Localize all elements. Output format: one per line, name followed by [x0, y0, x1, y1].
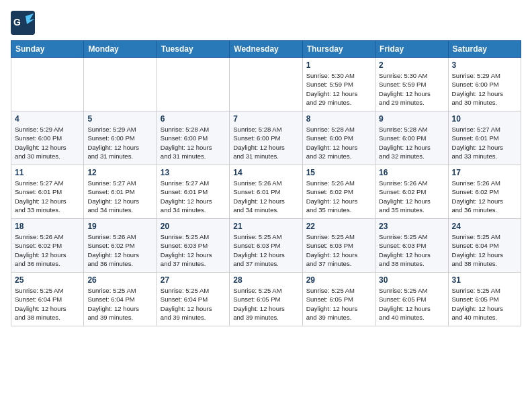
- calendar-cell: 3Sunrise: 5:29 AM Sunset: 6:00 PM Daylig…: [448, 58, 521, 111]
- cell-info: Sunrise: 5:25 AM Sunset: 6:04 PM Dayligh…: [15, 286, 80, 322]
- day-number: 3: [452, 60, 517, 70]
- day-number: 10: [452, 114, 517, 124]
- cell-info: Sunrise: 5:27 AM Sunset: 6:01 PM Dayligh…: [15, 179, 80, 214]
- cell-info: Sunrise: 5:26 AM Sunset: 6:02 PM Dayligh…: [15, 232, 80, 268]
- day-number: 30: [379, 275, 444, 285]
- cell-info: Sunrise: 5:28 AM Sunset: 6:00 PM Dayligh…: [306, 125, 371, 161]
- calendar-cell: [157, 58, 229, 111]
- calendar-cell: 9Sunrise: 5:28 AM Sunset: 6:00 PM Daylig…: [375, 111, 448, 165]
- cell-info: Sunrise: 5:27 AM Sunset: 6:01 PM Dayligh…: [161, 179, 226, 214]
- calendar-cell: 15Sunrise: 5:26 AM Sunset: 6:02 PM Dayli…: [302, 165, 375, 219]
- cell-info: Sunrise: 5:29 AM Sunset: 6:00 PM Dayligh…: [452, 71, 517, 107]
- day-header-saturday: Saturday: [448, 41, 521, 58]
- day-number: 2: [379, 60, 444, 70]
- day-number: 4: [15, 114, 80, 124]
- day-number: 20: [161, 222, 226, 231]
- day-header-monday: Monday: [84, 41, 157, 58]
- day-number: 25: [15, 275, 80, 285]
- cell-info: Sunrise: 5:26 AM Sunset: 6:02 PM Dayligh…: [452, 179, 517, 214]
- calendar-cell: 20Sunrise: 5:25 AM Sunset: 6:03 PM Dayli…: [157, 219, 229, 273]
- day-number: 5: [87, 114, 152, 124]
- day-number: 24: [452, 222, 517, 231]
- cell-info: Sunrise: 5:26 AM Sunset: 6:02 PM Dayligh…: [87, 232, 152, 268]
- day-header-friday: Friday: [375, 41, 448, 58]
- day-number: 19: [87, 222, 152, 231]
- day-number: 13: [161, 168, 226, 177]
- day-number: 1: [306, 60, 371, 70]
- calendar-cell: 26Sunrise: 5:25 AM Sunset: 6:04 PM Dayli…: [84, 273, 157, 326]
- cell-info: Sunrise: 5:25 AM Sunset: 6:03 PM Dayligh…: [233, 232, 298, 268]
- calendar-cell: 7Sunrise: 5:28 AM Sunset: 6:00 PM Daylig…: [230, 111, 302, 165]
- calendar-cell: 29Sunrise: 5:25 AM Sunset: 6:05 PM Dayli…: [302, 273, 375, 326]
- day-number: 6: [161, 114, 226, 124]
- logo-icon: G: [11, 11, 35, 35]
- calendar-cell: 24Sunrise: 5:25 AM Sunset: 6:04 PM Dayli…: [448, 219, 521, 273]
- day-number: 15: [306, 168, 371, 177]
- day-number: 8: [306, 114, 371, 124]
- calendar-cell: 1Sunrise: 5:30 AM Sunset: 5:59 PM Daylig…: [302, 58, 375, 111]
- calendar-cell: 16Sunrise: 5:26 AM Sunset: 6:02 PM Dayli…: [375, 165, 448, 219]
- calendar-cell: 17Sunrise: 5:26 AM Sunset: 6:02 PM Dayli…: [448, 165, 521, 219]
- calendar-cell: 12Sunrise: 5:27 AM Sunset: 6:01 PM Dayli…: [84, 165, 157, 219]
- logo: G: [11, 11, 38, 35]
- calendar-cell: 25Sunrise: 5:25 AM Sunset: 6:04 PM Dayli…: [11, 273, 84, 326]
- cell-info: Sunrise: 5:25 AM Sunset: 6:04 PM Dayligh…: [87, 286, 152, 322]
- day-header-wednesday: Wednesday: [230, 41, 302, 58]
- svg-text:G: G: [13, 17, 21, 28]
- day-number: 23: [379, 222, 444, 231]
- day-number: 28: [233, 275, 298, 285]
- cell-info: Sunrise: 5:25 AM Sunset: 6:04 PM Dayligh…: [452, 232, 517, 268]
- calendar-cell: 19Sunrise: 5:26 AM Sunset: 6:02 PM Dayli…: [84, 219, 157, 273]
- day-header-thursday: Thursday: [302, 41, 375, 58]
- cell-info: Sunrise: 5:27 AM Sunset: 6:01 PM Dayligh…: [87, 179, 152, 214]
- calendar-week-4: 18Sunrise: 5:26 AM Sunset: 6:02 PM Dayli…: [11, 219, 521, 273]
- day-number: 7: [233, 114, 298, 124]
- calendar-cell: 23Sunrise: 5:25 AM Sunset: 6:03 PM Dayli…: [375, 219, 448, 273]
- calendar-cell: 8Sunrise: 5:28 AM Sunset: 6:00 PM Daylig…: [302, 111, 375, 165]
- day-number: 21: [233, 222, 298, 231]
- header-row: SundayMondayTuesdayWednesdayThursdayFrid…: [11, 41, 521, 58]
- calendar-cell: 22Sunrise: 5:25 AM Sunset: 6:03 PM Dayli…: [302, 219, 375, 273]
- cell-info: Sunrise: 5:25 AM Sunset: 6:05 PM Dayligh…: [306, 286, 371, 322]
- cell-info: Sunrise: 5:30 AM Sunset: 5:59 PM Dayligh…: [306, 71, 371, 107]
- cell-info: Sunrise: 5:25 AM Sunset: 6:03 PM Dayligh…: [306, 232, 371, 268]
- cell-info: Sunrise: 5:25 AM Sunset: 6:04 PM Dayligh…: [161, 286, 226, 322]
- calendar-week-1: 1Sunrise: 5:30 AM Sunset: 5:59 PM Daylig…: [11, 58, 521, 111]
- calendar-cell: 13Sunrise: 5:27 AM Sunset: 6:01 PM Dayli…: [157, 165, 229, 219]
- cell-info: Sunrise: 5:25 AM Sunset: 6:05 PM Dayligh…: [452, 286, 517, 322]
- calendar-cell: 28Sunrise: 5:25 AM Sunset: 6:05 PM Dayli…: [230, 273, 302, 326]
- calendar-cell: 4Sunrise: 5:29 AM Sunset: 6:00 PM Daylig…: [11, 111, 84, 165]
- calendar-cell: 5Sunrise: 5:29 AM Sunset: 6:00 PM Daylig…: [84, 111, 157, 165]
- day-number: 18: [15, 222, 80, 231]
- day-number: 27: [161, 275, 226, 285]
- cell-info: Sunrise: 5:26 AM Sunset: 6:02 PM Dayligh…: [379, 179, 444, 214]
- calendar-cell: [230, 58, 302, 111]
- calendar-week-5: 25Sunrise: 5:25 AM Sunset: 6:04 PM Dayli…: [11, 273, 521, 326]
- calendar-cell: 21Sunrise: 5:25 AM Sunset: 6:03 PM Dayli…: [230, 219, 302, 273]
- day-number: 31: [452, 275, 517, 285]
- cell-info: Sunrise: 5:28 AM Sunset: 6:00 PM Dayligh…: [161, 125, 226, 161]
- calendar-body: 1Sunrise: 5:30 AM Sunset: 5:59 PM Daylig…: [11, 58, 521, 326]
- day-header-tuesday: Tuesday: [157, 41, 229, 58]
- calendar-cell: 27Sunrise: 5:25 AM Sunset: 6:04 PM Dayli…: [157, 273, 229, 326]
- cell-info: Sunrise: 5:25 AM Sunset: 6:05 PM Dayligh…: [233, 286, 298, 322]
- calendar-header: SundayMondayTuesdayWednesdayThursdayFrid…: [11, 41, 521, 58]
- calendar-cell: 2Sunrise: 5:30 AM Sunset: 5:59 PM Daylig…: [375, 58, 448, 111]
- cell-info: Sunrise: 5:26 AM Sunset: 6:02 PM Dayligh…: [306, 179, 371, 214]
- cell-info: Sunrise: 5:25 AM Sunset: 6:05 PM Dayligh…: [379, 286, 444, 322]
- calendar-cell: 31Sunrise: 5:25 AM Sunset: 6:05 PM Dayli…: [448, 273, 521, 326]
- cell-info: Sunrise: 5:30 AM Sunset: 5:59 PM Dayligh…: [379, 71, 444, 107]
- cell-info: Sunrise: 5:29 AM Sunset: 6:00 PM Dayligh…: [15, 125, 80, 161]
- calendar-week-3: 11Sunrise: 5:27 AM Sunset: 6:01 PM Dayli…: [11, 165, 521, 219]
- day-number: 29: [306, 275, 371, 285]
- cell-info: Sunrise: 5:27 AM Sunset: 6:01 PM Dayligh…: [452, 125, 517, 161]
- calendar-cell: 30Sunrise: 5:25 AM Sunset: 6:05 PM Dayli…: [375, 273, 448, 326]
- day-number: 11: [15, 168, 80, 177]
- calendar-cell: 10Sunrise: 5:27 AM Sunset: 6:01 PM Dayli…: [448, 111, 521, 165]
- cell-info: Sunrise: 5:28 AM Sunset: 6:00 PM Dayligh…: [379, 125, 444, 161]
- cell-info: Sunrise: 5:25 AM Sunset: 6:03 PM Dayligh…: [161, 232, 226, 268]
- day-number: 16: [379, 168, 444, 177]
- calendar-week-2: 4Sunrise: 5:29 AM Sunset: 6:00 PM Daylig…: [11, 111, 521, 165]
- calendar-cell: [84, 58, 157, 111]
- calendar-table: SundayMondayTuesdayWednesdayThursdayFrid…: [11, 40, 521, 326]
